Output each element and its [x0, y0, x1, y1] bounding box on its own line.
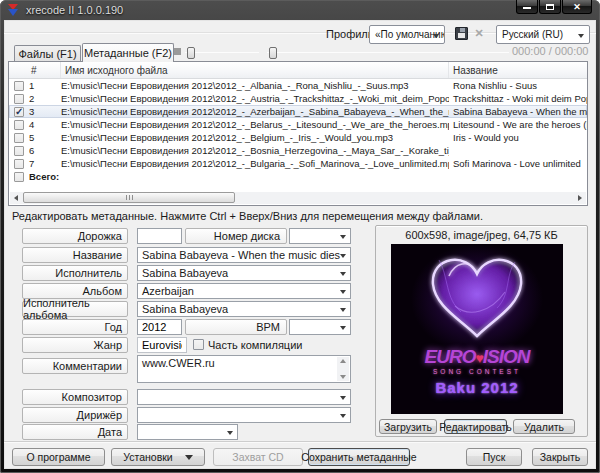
language-value: Русский (RU) — [502, 29, 563, 40]
bpm-select[interactable] — [289, 319, 351, 335]
row-file: E:\music\Песни Евровидения 2012\2012_-_B… — [61, 158, 449, 169]
row-checkbox[interactable] — [14, 133, 24, 143]
conductor-select[interactable] — [137, 407, 351, 423]
chevron-down-icon — [340, 326, 346, 330]
scroll-right-arrow[interactable] — [574, 192, 586, 204]
album-artist-label-button[interactable]: Исполнитель альбома — [22, 301, 128, 317]
load-artwork-button[interactable]: Загрузить — [379, 419, 437, 434]
disc-number-button[interactable]: Номер диска — [185, 228, 287, 244]
row-num: 7 — [29, 158, 34, 169]
column-header-file[interactable]: Имя исходного файла — [61, 62, 449, 78]
minimize-button[interactable] — [516, 0, 538, 14]
track-label-button[interactable]: Дорожка — [22, 228, 128, 244]
comments-scrollbar[interactable] — [337, 357, 349, 381]
genre-label-button[interactable]: Жанр — [22, 337, 128, 353]
position-slider-thumb[interactable] — [269, 47, 277, 59]
scroll-down-icon — [340, 375, 346, 379]
maximize-icon — [546, 4, 554, 10]
artist-select[interactable]: Sabina Babayeva — [137, 265, 351, 281]
row-title: Sabina Babayeva - When the music dies — [449, 106, 587, 117]
language-select[interactable]: Русский (RU) — [496, 25, 590, 44]
scroll-up-icon — [340, 359, 346, 363]
settings-button[interactable]: Установки — [111, 448, 205, 466]
table-row[interactable]: 4 E:\music\Песни Евровидения 2012\2012_-… — [9, 118, 587, 131]
title-select[interactable]: Sabina Babayeva - When the music dies — [137, 247, 351, 263]
delete-artwork-button[interactable]: Удалить — [513, 419, 575, 434]
disc-number-select[interactable] — [289, 228, 351, 244]
volume-slider-thumb[interactable] — [187, 47, 195, 59]
track-input[interactable] — [137, 228, 182, 244]
close-button[interactable]: ✕ — [562, 0, 592, 14]
comments-label-button[interactable]: Комментарии — [22, 358, 128, 374]
total-checkbox[interactable] — [14, 172, 24, 182]
album-artist-select[interactable]: Sabina Babayeva — [137, 301, 351, 317]
about-button[interactable]: О программе — [12, 448, 105, 466]
maximize-button[interactable] — [539, 0, 561, 14]
row-file: E:\music\Песни Евровидения 2012\2012_-_A… — [61, 80, 449, 91]
minimize-icon — [523, 7, 531, 9]
album-select[interactable]: Azerbaijan — [137, 283, 351, 299]
bpm-button[interactable]: BPM — [185, 319, 287, 335]
start-button[interactable]: Пуск — [466, 448, 522, 466]
chevron-down-icon — [227, 431, 233, 435]
title-bar[interactable]: xrecode II 1.0.0.190 ✕ — [0, 0, 600, 20]
row-file: E:\music\Песни Евровидения 2012\2012_-_A… — [61, 93, 449, 104]
row-checkbox[interactable] — [14, 159, 24, 169]
table-row[interactable]: 3 E:\music\Песни Евровидения 2012\2012_-… — [9, 105, 587, 118]
column-header-title[interactable]: Название — [449, 62, 587, 78]
title-label-button[interactable]: Название — [22, 247, 128, 263]
position-slider[interactable] — [267, 46, 509, 60]
composer-label-button[interactable]: Композитор — [22, 389, 128, 405]
stop-button[interactable] — [174, 48, 181, 55]
row-checkbox[interactable] — [14, 146, 24, 156]
date-select[interactable] — [137, 424, 238, 440]
artist-label-button[interactable]: Исполнитель — [22, 265, 128, 281]
chevron-down-icon — [340, 254, 346, 258]
row-checkbox[interactable] — [14, 81, 24, 91]
row-title: Iris - Would you — [449, 132, 587, 143]
volume-slider[interactable] — [185, 46, 259, 60]
save-metadata-button[interactable]: Сохранить метаданные — [308, 448, 410, 466]
date-label-button[interactable]: Дата — [22, 424, 128, 440]
row-num: 6 — [29, 145, 34, 156]
tab-metadata[interactable]: Метаданные (F2) — [82, 43, 174, 62]
table-hscrollbar[interactable] — [10, 192, 586, 204]
row-num: 5 — [29, 132, 34, 143]
comments-textarea[interactable]: www.CWER.ru — [137, 355, 351, 383]
chevron-down-icon — [340, 272, 346, 276]
save-profile-button[interactable] — [453, 25, 469, 41]
tab-files[interactable]: Файлы (F1) — [14, 45, 81, 61]
table-row[interactable]: 1 E:\music\Песни Евровидения 2012\2012_-… — [9, 79, 587, 92]
chevron-down-icon — [340, 396, 346, 400]
delete-profile-icon: ✕ — [474, 27, 483, 40]
row-checkbox[interactable] — [14, 120, 24, 130]
total-row[interactable]: Всего: — [9, 170, 587, 183]
capture-cd-button[interactable]: Захват CD — [213, 448, 303, 466]
eurovision-logo: EURO♥ISION — [391, 347, 563, 366]
table-row[interactable]: 7 E:\music\Песни Евровидения 2012\2012_-… — [9, 157, 587, 170]
compilation-checkbox[interactable] — [193, 339, 204, 350]
client-area: Профиль «По умолчанию» ✕ Русский (RU) Фа… — [4, 20, 596, 469]
profile-select[interactable]: «По умолчанию» — [369, 25, 445, 44]
composer-select[interactable] — [137, 389, 351, 405]
table-row[interactable]: 2 E:\music\Песни Евровидения 2012\2012_-… — [9, 92, 587, 105]
delete-profile-button[interactable]: ✕ — [472, 26, 486, 40]
row-checkbox[interactable] — [14, 94, 24, 104]
conductor-label-button[interactable]: Дирижёр — [22, 407, 128, 423]
scrollbar-thumb[interactable] — [23, 192, 235, 203]
heart-icon — [419, 246, 535, 348]
row-checkbox[interactable] — [14, 107, 24, 117]
year-input[interactable] — [137, 319, 182, 335]
scroll-left-arrow[interactable] — [10, 192, 22, 204]
compilation-label: Часть компиляции — [208, 339, 302, 351]
column-header-num[interactable]: # — [9, 62, 61, 78]
close-app-button[interactable]: Закрыть — [532, 448, 588, 466]
table-rows: 1 E:\music\Песни Евровидения 2012\2012_-… — [9, 79, 587, 170]
genre-input[interactable] — [137, 337, 187, 353]
footer-divider — [4, 441, 596, 443]
table-row[interactable]: 6 E:\music\Песни Евровидения 2012\2012_-… — [9, 144, 587, 157]
year-label-button[interactable]: Год — [22, 319, 128, 335]
edit-artwork-button[interactable]: Редактировать — [444, 419, 507, 434]
table-row[interactable]: 5 E:\music\Песни Евровидения 2012\2012_-… — [9, 131, 587, 144]
row-title: Litesound - We are the heroes (Fi — [449, 119, 587, 130]
